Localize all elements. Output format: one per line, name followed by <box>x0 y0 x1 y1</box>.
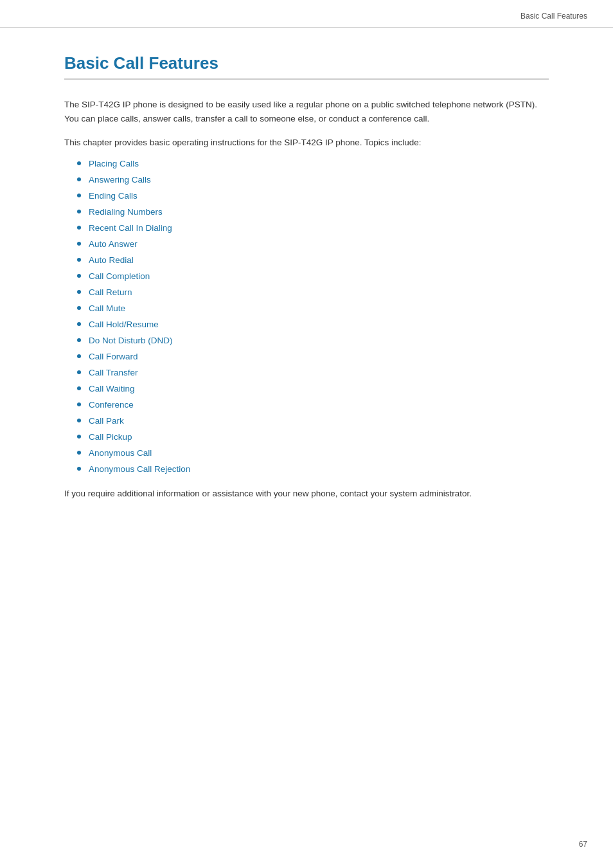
topic-link-anonymous-call[interactable]: Anonymous Call <box>89 448 152 458</box>
bullet-icon <box>77 258 81 262</box>
topic-link-call-mute[interactable]: Call Mute <box>89 303 125 313</box>
bullet-icon <box>77 177 81 181</box>
topic-link-answering-calls[interactable]: Answering Calls <box>89 175 151 185</box>
list-item: Ending Calls <box>77 191 549 201</box>
topic-link-dnd[interactable]: Do Not Disturb (DND) <box>89 336 173 345</box>
topic-link-call-waiting[interactable]: Call Waiting <box>89 384 135 393</box>
topic-link-placing-calls[interactable]: Placing Calls <box>89 159 139 168</box>
list-item: Anonymous Call <box>77 448 549 458</box>
topic-link-conference[interactable]: Conference <box>89 400 134 410</box>
topics-list: Placing Calls Answering Calls Ending Cal… <box>77 159 549 474</box>
topic-link-call-park[interactable]: Call Park <box>89 416 124 426</box>
list-item: Call Hold/Resume <box>77 320 549 329</box>
list-item: Call Completion <box>77 271 549 281</box>
header-bar: Basic Call Features <box>0 0 613 28</box>
bullet-icon <box>77 402 81 406</box>
list-item: Answering Calls <box>77 175 549 185</box>
list-item: Call Forward <box>77 352 549 361</box>
bullet-icon <box>77 306 81 310</box>
topic-link-recent-call-in-dialing[interactable]: Recent Call In Dialing <box>89 223 172 233</box>
bullet-icon <box>77 451 81 455</box>
header-title: Basic Call Features <box>520 12 587 21</box>
bullet-icon <box>77 435 81 439</box>
topic-link-call-transfer[interactable]: Call Transfer <box>89 368 138 377</box>
bullet-icon <box>77 338 81 342</box>
content-area: Basic Call Features The SIP-T42G IP phon… <box>0 28 613 539</box>
list-item: Redialing Numbers <box>77 207 549 217</box>
chapter-title: Basic Call Features <box>64 53 549 73</box>
bullet-icon <box>77 419 81 422</box>
bullet-icon <box>77 290 81 294</box>
list-item: Call Park <box>77 416 549 426</box>
list-item: Do Not Disturb (DND) <box>77 336 549 345</box>
list-item: Placing Calls <box>77 159 549 168</box>
list-item: Anonymous Call Rejection <box>77 464 549 474</box>
closing-paragraph: If you require additional information or… <box>64 487 549 501</box>
list-item: Call Return <box>77 287 549 297</box>
topic-link-auto-answer[interactable]: Auto Answer <box>89 239 138 249</box>
title-divider <box>64 78 549 80</box>
list-item: Call Mute <box>77 303 549 313</box>
topic-link-redialing-numbers[interactable]: Redialing Numbers <box>89 207 163 217</box>
bullet-icon <box>77 161 81 165</box>
bullet-icon <box>77 354 81 358</box>
topic-link-call-forward[interactable]: Call Forward <box>89 352 138 361</box>
intro-paragraph-1: The SIP-T42G IP phone is designed to be … <box>64 98 549 125</box>
list-item: Call Waiting <box>77 384 549 393</box>
list-item: Conference <box>77 400 549 410</box>
bullet-icon <box>77 467 81 471</box>
topics-intro: This chapter provides basic operating in… <box>64 136 549 150</box>
list-item: Auto Answer <box>77 239 549 249</box>
topic-link-anonymous-call-rejection[interactable]: Anonymous Call Rejection <box>89 464 190 474</box>
bullet-icon <box>77 386 81 390</box>
list-item: Auto Redial <box>77 255 549 265</box>
bullet-icon <box>77 194 81 197</box>
topic-link-call-return[interactable]: Call Return <box>89 287 132 297</box>
bullet-icon <box>77 242 81 246</box>
topic-link-call-completion[interactable]: Call Completion <box>89 271 150 281</box>
bullet-icon <box>77 370 81 374</box>
page-number: 67 <box>579 840 587 849</box>
bullet-icon <box>77 274 81 278</box>
page-container: Basic Call Features Basic Call Features … <box>0 0 613 868</box>
list-item: Recent Call In Dialing <box>77 223 549 233</box>
topic-link-ending-calls[interactable]: Ending Calls <box>89 191 138 201</box>
topic-link-auto-redial[interactable]: Auto Redial <box>89 255 134 265</box>
bullet-icon <box>77 226 81 230</box>
topic-link-call-pickup[interactable]: Call Pickup <box>89 432 132 442</box>
bullet-icon <box>77 210 81 213</box>
bullet-icon <box>77 322 81 326</box>
topic-link-call-hold-resume[interactable]: Call Hold/Resume <box>89 320 159 329</box>
list-item: Call Pickup <box>77 432 549 442</box>
list-item: Call Transfer <box>77 368 549 377</box>
